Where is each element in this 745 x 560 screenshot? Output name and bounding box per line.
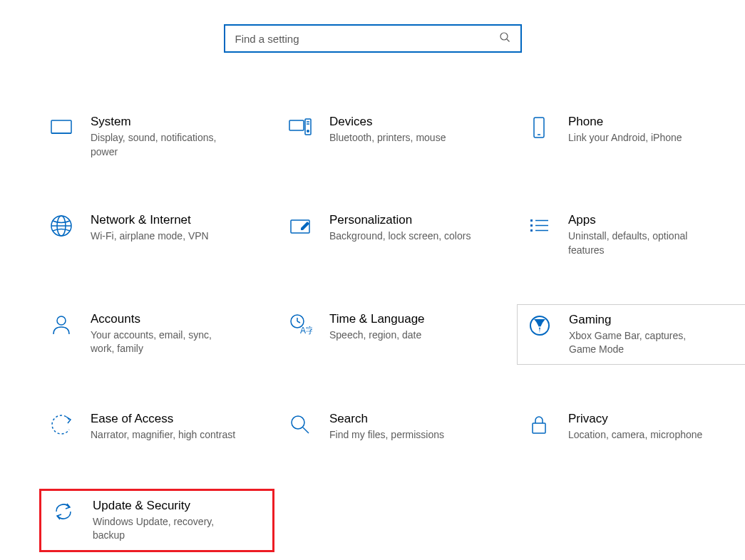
category-desc: Find my files, permissions — [329, 428, 444, 442]
category-title: Update & Security — [93, 498, 238, 514]
category-desc: Speech, region, date — [329, 328, 425, 343]
search-icon — [499, 31, 510, 46]
category-gaming[interactable]: Gaming Xbox Game Bar, captures, Game Mod… — [517, 304, 745, 365]
svg-rect-4 — [289, 120, 304, 130]
svg-rect-29 — [533, 423, 545, 433]
category-apps[interactable]: Apps Uninstall, defaults, optional featu… — [517, 205, 745, 264]
category-desc: Uninstall, defaults, optional features — [568, 229, 714, 257]
svg-point-0 — [500, 33, 508, 40]
network-icon — [43, 212, 79, 238]
category-ease-of-access[interactable]: Ease of Access Narrator, magnifier, high… — [39, 404, 274, 450]
svg-text:A字: A字 — [300, 326, 312, 336]
category-title: Network & Internet — [91, 212, 209, 228]
category-personalization[interactable]: Personalization Background, lock screen,… — [278, 205, 513, 264]
search-input-wrapper[interactable] — [224, 24, 522, 53]
category-title: Ease of Access — [91, 411, 235, 427]
gaming-icon — [522, 312, 558, 338]
svg-line-28 — [303, 427, 309, 433]
category-desc: Link your Android, iPhone — [568, 131, 682, 145]
category-network[interactable]: Network & Internet Wi-Fi, airplane mode,… — [39, 205, 274, 264]
system-icon — [43, 114, 79, 140]
category-title: Time & Language — [329, 311, 425, 327]
category-search[interactable]: Search Find my files, permissions — [278, 404, 513, 450]
svg-rect-17 — [530, 229, 533, 232]
accounts-icon — [43, 311, 79, 337]
category-title: Personalization — [329, 212, 471, 228]
category-desc: Wi-Fi, airplane mode, VPN — [91, 229, 209, 244]
category-accounts[interactable]: Accounts Your accounts, email, sync, wor… — [39, 304, 274, 365]
category-system[interactable]: System Display, sound, notifications, po… — [39, 107, 274, 166]
phone-icon — [521, 114, 557, 140]
personalization-icon — [282, 212, 318, 238]
category-title: Accounts — [91, 311, 236, 327]
search-category-icon — [282, 411, 318, 437]
category-privacy[interactable]: Privacy Location, camera, microphone — [517, 404, 745, 450]
time-language-icon: A字 — [282, 311, 318, 337]
category-desc: Bluetooth, printers, mouse — [329, 131, 446, 145]
search-container — [0, 0, 745, 53]
svg-rect-14 — [291, 220, 309, 233]
svg-line-24 — [297, 321, 300, 323]
category-title: Privacy — [568, 411, 702, 427]
category-phone[interactable]: Phone Link your Android, iPhone — [517, 107, 745, 166]
category-update-security[interactable]: Update & Security Windows Update, recove… — [39, 489, 274, 552]
category-title: Phone — [568, 114, 682, 130]
category-title: Search — [329, 411, 444, 427]
category-devices[interactable]: Devices Bluetooth, printers, mouse — [278, 107, 513, 166]
category-desc: Your accounts, email, sync, work, family — [91, 328, 236, 356]
privacy-icon — [521, 411, 557, 437]
category-title: System — [91, 114, 236, 130]
category-desc: Background, lock screen, colors — [329, 229, 471, 244]
category-desc: Windows Update, recovery, backup — [93, 515, 238, 543]
search-input[interactable] — [235, 33, 499, 45]
category-title: Apps — [568, 212, 714, 228]
apps-icon — [521, 212, 557, 238]
svg-line-1 — [507, 39, 510, 42]
category-desc: Xbox Game Bar, captures, Game Mode — [569, 329, 714, 357]
category-desc: Narrator, magnifier, high contrast — [91, 428, 235, 442]
category-title: Gaming — [569, 312, 714, 328]
svg-rect-15 — [530, 219, 533, 222]
settings-grid: System Display, sound, notifications, po… — [39, 107, 738, 552]
update-security-icon — [46, 498, 81, 524]
svg-point-6 — [307, 130, 309, 132]
svg-rect-16 — [530, 224, 533, 227]
category-desc: Location, camera, microphone — [568, 428, 702, 442]
category-time-language[interactable]: A字 Time & Language Speech, region, date — [278, 304, 513, 365]
devices-icon — [282, 114, 318, 140]
category-title: Devices — [329, 114, 446, 130]
svg-point-21 — [57, 316, 66, 325]
category-desc: Display, sound, notifications, power — [91, 131, 236, 159]
svg-point-27 — [292, 416, 304, 429]
svg-rect-2 — [51, 120, 71, 133]
ease-of-access-icon — [43, 411, 79, 437]
